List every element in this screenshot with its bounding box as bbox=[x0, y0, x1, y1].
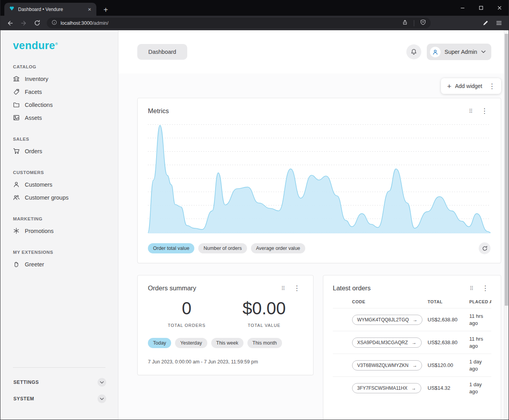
nav-heading-catalog: CATALOG bbox=[13, 64, 105, 69]
order-code-link[interactable]: WYMGK4TQQ8JL2TGQ→ bbox=[352, 315, 422, 325]
add-widget-menu-icon[interactable]: ⋮ bbox=[486, 82, 498, 90]
sidebar-item-orders[interactable]: Orders bbox=[0, 145, 118, 158]
metrics-widget: Metrics ⠿ ⋮ Order total value Number of … bbox=[137, 98, 501, 263]
chip-this-month[interactable]: This month bbox=[247, 338, 282, 348]
page-scrollbar[interactable] bbox=[504, 30, 509, 420]
chevron-down-icon[interactable] bbox=[98, 378, 106, 387]
total-orders-stat: 0 TOTAL ORDERS bbox=[148, 299, 225, 328]
order-row: XSA9PD4LM3CGAQRZ→ US$2,638.80 11 hrs ago bbox=[333, 331, 491, 354]
browser-tab[interactable]: Dashboard • Vendure × bbox=[4, 3, 96, 16]
scrollbar-thumb[interactable] bbox=[505, 34, 508, 306]
drag-handle-icon[interactable]: ⠿ bbox=[281, 285, 285, 292]
sidebar-item-inventory[interactable]: Inventory bbox=[0, 72, 118, 85]
sidebar-item-assets[interactable]: Assets bbox=[0, 111, 118, 124]
sidebar-item-label: Facets bbox=[25, 89, 42, 95]
browser-window: Dashboard • Vendure × + bbox=[0, 0, 509, 420]
sidebar-item-settings[interactable]: SETTINGS bbox=[0, 374, 118, 391]
bell-icon bbox=[410, 48, 417, 55]
order-row: WYMGK4TQQ8JL2TGQ→ US$2,638.80 11 hrs ago bbox=[333, 308, 491, 331]
new-tab-button[interactable]: + bbox=[103, 6, 108, 14]
order-code-link[interactable]: 3FY7FSCWSHMA11HX→ bbox=[352, 383, 421, 393]
latest-orders-menu-icon[interactable]: ⋮ bbox=[479, 284, 491, 292]
reload-button[interactable] bbox=[31, 17, 43, 29]
order-code-link[interactable]: XSA9PD4LM3CGAQRZ→ bbox=[352, 337, 422, 348]
chevron-down-icon[interactable] bbox=[98, 394, 106, 403]
orders-summary-widget: Orders summary ⠿ ⋮ 0 TOTAL ORDERS $0.00 bbox=[137, 275, 314, 375]
window-maximize-button[interactable] bbox=[472, 0, 490, 16]
drag-handle-icon[interactable]: ⠿ bbox=[470, 285, 474, 292]
orders-summary-menu-icon[interactable]: ⋮ bbox=[291, 284, 303, 292]
sidebar-divider bbox=[13, 367, 105, 368]
notifications-button[interactable] bbox=[406, 44, 421, 59]
column-header-placed-at: PLACED AT bbox=[469, 294, 491, 308]
total-value-value: $0.00 bbox=[225, 299, 303, 318]
sidebar-item-collections[interactable]: Collections bbox=[0, 98, 118, 111]
vendure-logo[interactable]: vendure® bbox=[0, 40, 118, 52]
order-total: US$2,638.80 bbox=[428, 331, 469, 354]
back-button[interactable] bbox=[4, 17, 16, 29]
add-widget-button[interactable]: + Add widget ⋮ bbox=[441, 78, 501, 94]
order-code-link[interactable]: V3T6BW8ZQLWMYZKN→ bbox=[352, 360, 422, 370]
dashboard-content: + Add widget ⋮ Metrics ⠿ ⋮ Order total v bbox=[118, 73, 509, 420]
chip-this-week[interactable]: This week bbox=[211, 338, 243, 348]
asterisk-icon bbox=[13, 227, 20, 234]
order-row: V3T6BW8ZQLWMYZKN→ US$120.00 1 day ago bbox=[333, 354, 491, 377]
sidebar-footer-label: SETTINGS bbox=[13, 380, 39, 385]
forward-button[interactable] bbox=[18, 17, 30, 29]
order-total: US$14.32 bbox=[428, 377, 469, 400]
breadcrumb[interactable]: Dashboard bbox=[137, 44, 187, 60]
main-area: Dashboard Super Admin bbox=[118, 30, 509, 420]
chip-yesterday[interactable]: Yesterday bbox=[175, 338, 207, 348]
brave-shield-icon[interactable] bbox=[420, 19, 426, 27]
arrow-right-icon: → bbox=[412, 363, 417, 368]
column-header-total: TOTAL bbox=[428, 294, 469, 308]
hand-icon bbox=[13, 261, 20, 268]
url-bar[interactable]: localhost:3000/admin/ bbox=[47, 18, 431, 28]
drag-handle-icon[interactable]: ⠿ bbox=[469, 108, 473, 114]
chip-number-of-orders[interactable]: Number of orders bbox=[198, 243, 247, 253]
tag-icon bbox=[13, 88, 20, 95]
brave-rewards-icon[interactable] bbox=[479, 17, 491, 29]
chip-today[interactable]: Today bbox=[148, 338, 171, 348]
user-icon bbox=[13, 181, 20, 188]
orders-summary-title: Orders summary bbox=[148, 284, 281, 292]
sidebar-item-label: Collections bbox=[25, 102, 53, 108]
window-close-button[interactable] bbox=[490, 0, 509, 16]
order-placed-at: 1 day ago bbox=[469, 354, 491, 377]
total-orders-label: TOTAL ORDERS bbox=[148, 323, 225, 328]
tab-close-icon[interactable]: × bbox=[86, 6, 93, 13]
metrics-title: Metrics bbox=[148, 107, 469, 115]
metrics-menu-icon[interactable]: ⋮ bbox=[478, 107, 491, 115]
add-widget-label: Add widget bbox=[455, 83, 482, 89]
url-text: localhost:3000/admin/ bbox=[61, 20, 398, 26]
sidebar-item-greeter[interactable]: Greeter bbox=[0, 258, 118, 271]
date-range-text: 7 Jun 2023, 0:00:00 am - 7 Jun 2023, 11:… bbox=[148, 359, 303, 365]
refresh-icon bbox=[482, 246, 488, 251]
refresh-button[interactable] bbox=[479, 242, 491, 254]
latest-orders-title: Latest orders bbox=[333, 284, 470, 292]
site-info-icon[interactable] bbox=[52, 20, 57, 27]
sidebar-item-label: Promotions bbox=[25, 228, 53, 234]
sidebar-item-customers[interactable]: Customers bbox=[0, 178, 118, 191]
summary-range-chips: Today Yesterday This week This month bbox=[148, 338, 303, 348]
sidebar-item-customer-groups[interactable]: Customer groups bbox=[0, 191, 118, 204]
window-minimize-button[interactable] bbox=[453, 0, 472, 16]
share-icon[interactable] bbox=[402, 19, 408, 27]
sidebar-item-facets[interactable]: Facets bbox=[0, 85, 118, 98]
sidebar-item-label: Greeter bbox=[25, 261, 44, 268]
url-path: /admin/ bbox=[92, 20, 109, 26]
chip-average-order-value[interactable]: Average order value bbox=[251, 243, 305, 253]
chip-order-total-value[interactable]: Order total value bbox=[148, 243, 194, 253]
arrow-right-icon: → bbox=[412, 340, 417, 345]
sidebar-item-promotions[interactable]: Promotions bbox=[0, 224, 118, 237]
column-header-code: CODE bbox=[333, 294, 428, 308]
browser-menu-icon[interactable] bbox=[493, 17, 505, 29]
window-controls bbox=[453, 0, 509, 16]
folder-icon bbox=[13, 101, 20, 108]
browser-titlebar: Dashboard • Vendure × + bbox=[0, 0, 509, 16]
sidebar-item-system[interactable]: SYSTEM bbox=[0, 391, 118, 407]
latest-orders-table: CODETOTALPLACED AT WYMGK4TQQ8JL2TGQ→ US$… bbox=[333, 294, 491, 399]
url-host: localhost:3000 bbox=[61, 20, 92, 26]
user-menu[interactable]: Super Admin bbox=[427, 44, 491, 60]
order-placed-at: 11 hrs ago bbox=[469, 308, 491, 331]
